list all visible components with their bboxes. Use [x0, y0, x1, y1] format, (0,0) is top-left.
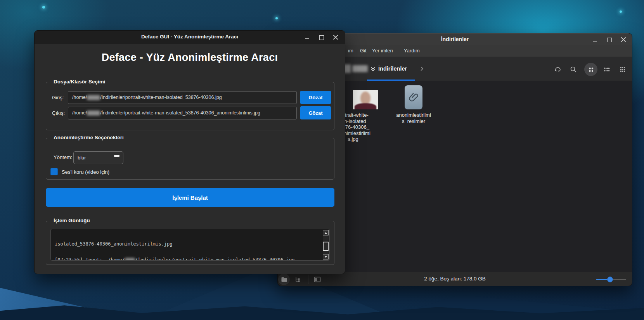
- chevron-right-icon[interactable]: [419, 66, 424, 71]
- minimize-icon[interactable]: [304, 35, 310, 40]
- method-dropdown[interactable]: blur: [73, 151, 123, 164]
- redacted-username: [87, 95, 100, 100]
- log-legend: İşlem Günlüğü: [51, 218, 92, 223]
- wallpaper-star-dot: [620, 10, 622, 13]
- start-process-button[interactable]: İşlemi Başlat: [46, 188, 334, 207]
- keep-audio-checkbox[interactable]: [50, 168, 58, 175]
- method-selected-value: blur: [78, 155, 86, 161]
- minimize-icon[interactable]: [592, 37, 598, 43]
- apps-grid-icon[interactable]: [616, 63, 629, 76]
- breadcrumb-current-location[interactable]: İndirilenler: [378, 66, 407, 72]
- log-scrollbar[interactable]: [323, 230, 329, 259]
- paperclip-icon: [408, 91, 419, 104]
- redacted-username: [87, 111, 100, 116]
- combobox-indicator-icon: [114, 155, 119, 157]
- deface-window-title: Deface GUI - Yüz Anonimleştirme Aracı: [35, 34, 345, 40]
- desktop: İndirilenler im Git Yer imleri Yardım İn…: [0, 0, 644, 320]
- chevron-down-icon[interactable]: [370, 66, 376, 72]
- maximize-icon[interactable]: [319, 35, 324, 40]
- browse-output-button[interactable]: Gözat: [300, 106, 331, 119]
- search-icon[interactable]: [567, 63, 580, 76]
- zoom-slider-handle[interactable]: [607, 277, 613, 282]
- output-path-label: Çıkış:: [52, 110, 65, 116]
- grid-view-icon[interactable]: [584, 63, 597, 76]
- anonymization-options-group: Anonimleştirme Seçenekleri Yöntem: blur …: [46, 138, 334, 180]
- browse-input-button[interactable]: Gözat: [300, 91, 331, 104]
- redacted-username: [125, 258, 135, 261]
- wallpaper-star-dot: [275, 17, 278, 19]
- file-selection-legend: Dosya/Klasör Seçimi: [51, 79, 108, 85]
- scrollbar-thumb[interactable]: [323, 242, 329, 251]
- deface-titlebar[interactable]: Deface GUI - Yüz Anonimleştirme Aracı: [35, 31, 345, 44]
- output-path-field[interactable]: /home//İndirilenler/portrait-white-man-i…: [68, 107, 297, 119]
- file-selection-group: Dosya/Klasör Seçimi Giriş: /home//İndiri…: [46, 82, 334, 130]
- image-thumbnail-blurred-portrait: [353, 90, 378, 109]
- close-icon[interactable]: [621, 37, 627, 43]
- list-view-icon[interactable]: [600, 63, 613, 76]
- breadcrumb-active-underline: [367, 80, 415, 81]
- blurred-face: [360, 92, 370, 105]
- reload-icon[interactable]: [551, 63, 564, 76]
- statusbar-summary: 2 öğe, Boş alan: 178,0 GB: [278, 276, 632, 282]
- log-text: isolated_53876-40306_anonimlestirilmis.j…: [55, 231, 320, 261]
- options-legend: Anonimleştirme Seçenekleri: [51, 135, 126, 140]
- wallpaper-star-dot: [42, 6, 45, 9]
- scrollbar-up-icon[interactable]: [323, 230, 329, 235]
- close-icon[interactable]: [333, 35, 339, 40]
- menu-item-git[interactable]: Git: [360, 48, 367, 54]
- menu-item-help[interactable]: Yardım: [404, 48, 420, 54]
- file-name-label: anonimlestirilmi s_resimler: [383, 112, 445, 124]
- input-path-field[interactable]: /home//İndirilenler/portrait-white-man-i…: [68, 91, 297, 104]
- process-log-group: İşlem Günlüğü isolated_53876-40306_anoni…: [46, 221, 334, 265]
- log-output-area[interactable]: isolated_53876-40306_anonimlestirilmis.j…: [50, 229, 330, 261]
- method-label: Yöntem:: [54, 154, 72, 160]
- deface-window: Deface GUI - Yüz Anonimleştirme Aracı De…: [34, 30, 345, 274]
- shirt: [355, 103, 376, 109]
- zoom-slider[interactable]: [596, 279, 626, 280]
- input-path-label: Giriş:: [52, 95, 64, 100]
- redacted-username-crumb[interactable]: [352, 65, 368, 72]
- page-title: Deface - Yüz Anonimleştirme Aracı: [35, 52, 345, 64]
- folder-icon: [405, 85, 422, 109]
- keep-audio-label: Ses'i koru (video için): [62, 169, 109, 175]
- maximize-icon[interactable]: [606, 37, 612, 43]
- menu-item-partial[interactable]: im: [348, 48, 353, 54]
- menu-item-bookmarks[interactable]: Yer imleri: [372, 48, 393, 54]
- scrollbar-down-icon[interactable]: [323, 254, 329, 259]
